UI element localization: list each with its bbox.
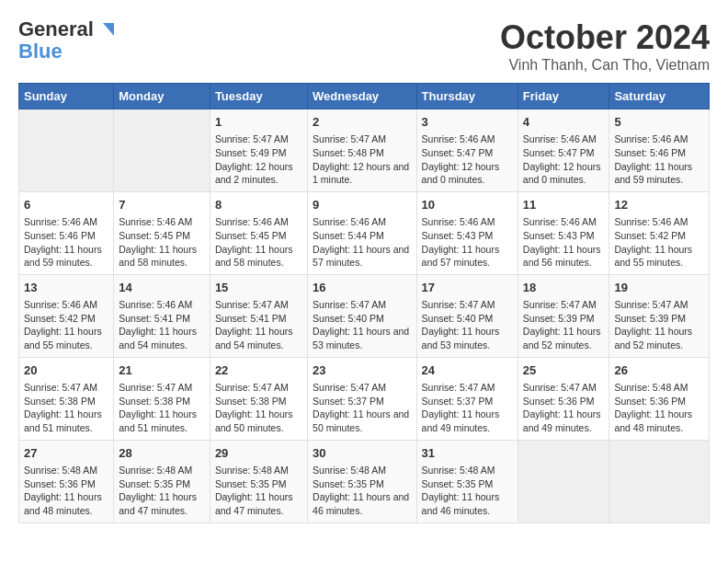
day-info: Sunrise: 5:48 AM	[422, 464, 513, 477]
calendar-cell	[19, 109, 114, 192]
day-info: Sunrise: 5:46 AM	[24, 215, 108, 229]
day-info: Sunrise: 5:48 AM	[215, 464, 302, 477]
day-number: 5	[614, 114, 704, 131]
day-number: 15	[215, 280, 302, 296]
day-info: Sunrise: 5:47 AM	[119, 381, 205, 395]
day-info: Sunset: 5:40 PM	[313, 312, 411, 326]
day-number: 20	[24, 362, 108, 379]
day-info: Sunset: 5:35 PM	[313, 477, 411, 491]
day-number: 8	[215, 197, 302, 213]
day-info: Sunset: 5:39 PM	[614, 312, 704, 326]
day-info: Sunset: 5:38 PM	[24, 395, 108, 408]
day-number: 23	[313, 362, 411, 379]
day-info: Sunset: 5:39 PM	[523, 312, 605, 326]
day-info: Sunset: 5:40 PM	[422, 312, 513, 326]
day-number: 19	[614, 280, 704, 296]
day-info: Sunset: 5:36 PM	[614, 395, 704, 408]
day-info: Sunset: 5:42 PM	[24, 312, 108, 326]
calendar-cell: 18Sunrise: 5:47 AMSunset: 5:39 PMDayligh…	[518, 274, 609, 357]
calendar-cell: 3Sunrise: 5:46 AMSunset: 5:47 PMDaylight…	[416, 109, 518, 192]
day-number: 9	[313, 197, 411, 213]
day-info: Daylight: 11 hours and 54 minutes.	[119, 325, 205, 351]
day-info: Daylight: 11 hours and 57 minutes.	[422, 243, 513, 270]
day-info: Sunset: 5:38 PM	[119, 395, 205, 408]
day-number: 6	[24, 197, 108, 213]
day-info: Sunset: 5:35 PM	[119, 477, 205, 491]
calendar-cell: 6Sunrise: 5:46 AMSunset: 5:46 PMDaylight…	[19, 191, 114, 274]
day-info: Daylight: 11 hours and 48 minutes.	[24, 490, 108, 517]
calendar-cell: 17Sunrise: 5:47 AMSunset: 5:40 PMDayligh…	[416, 274, 518, 357]
day-info: Daylight: 11 hours and 47 minutes.	[215, 490, 302, 517]
day-info: Daylight: 12 hours and 2 minutes.	[215, 160, 302, 187]
calendar-table: SundayMondayTuesdayWednesdayThursdayFrid…	[18, 83, 710, 523]
day-info: Sunrise: 5:47 AM	[523, 298, 605, 312]
day-info: Sunset: 5:37 PM	[422, 395, 513, 408]
day-info: Sunrise: 5:46 AM	[24, 298, 108, 312]
calendar-cell: 10Sunrise: 5:46 AMSunset: 5:43 PMDayligh…	[416, 191, 518, 274]
calendar-cell	[114, 109, 210, 192]
logo-icon	[96, 19, 116, 40]
day-info: Daylight: 11 hours and 59 minutes.	[614, 160, 704, 187]
calendar-cell: 27Sunrise: 5:48 AMSunset: 5:36 PMDayligh…	[19, 440, 114, 523]
day-info: Daylight: 11 hours and 50 minutes.	[313, 408, 411, 434]
day-info: Daylight: 11 hours and 51 minutes.	[119, 408, 205, 434]
calendar-header-row: SundayMondayTuesdayWednesdayThursdayFrid…	[19, 84, 710, 109]
header-saturday: Saturday	[609, 84, 710, 109]
week-row-2: 6Sunrise: 5:46 AMSunset: 5:46 PMDaylight…	[19, 191, 710, 274]
day-number: 24	[422, 362, 513, 379]
day-number: 13	[24, 280, 108, 296]
day-number: 17	[422, 280, 513, 296]
day-info: Sunrise: 5:47 AM	[523, 381, 605, 395]
week-row-5: 27Sunrise: 5:48 AMSunset: 5:36 PMDayligh…	[19, 440, 710, 523]
day-info: Daylight: 11 hours and 46 minutes.	[422, 490, 513, 517]
svg-marker-0	[103, 23, 114, 36]
calendar-cell: 24Sunrise: 5:47 AMSunset: 5:37 PMDayligh…	[416, 357, 518, 440]
day-info: Daylight: 11 hours and 58 minutes.	[119, 243, 205, 270]
header-friday: Friday	[518, 84, 609, 109]
day-number: 31	[422, 445, 513, 462]
day-number: 3	[422, 114, 513, 131]
day-info: Daylight: 11 hours and 58 minutes.	[215, 243, 302, 270]
day-info: Sunset: 5:35 PM	[215, 477, 302, 491]
day-info: Sunrise: 5:46 AM	[422, 132, 513, 146]
day-info: Sunset: 5:48 PM	[313, 146, 411, 160]
day-info: Daylight: 11 hours and 48 minutes.	[614, 408, 704, 434]
calendar-cell	[609, 440, 710, 523]
day-info: Sunset: 5:47 PM	[523, 146, 605, 160]
day-info: Sunset: 5:45 PM	[215, 229, 302, 243]
calendar-cell: 7Sunrise: 5:46 AMSunset: 5:45 PMDaylight…	[114, 191, 210, 274]
day-number: 21	[119, 362, 205, 379]
day-number: 10	[422, 197, 513, 213]
day-info: Sunrise: 5:48 AM	[313, 464, 411, 477]
calendar-cell: 23Sunrise: 5:47 AMSunset: 5:37 PMDayligh…	[308, 357, 416, 440]
day-info: Daylight: 11 hours and 54 minutes.	[215, 325, 302, 351]
calendar-cell: 16Sunrise: 5:47 AMSunset: 5:40 PMDayligh…	[308, 274, 416, 357]
title-block: October 2024 Vinh Thanh, Can Tho, Vietna…	[500, 18, 710, 74]
day-info: Daylight: 11 hours and 52 minutes.	[614, 325, 704, 351]
calendar-subtitle: Vinh Thanh, Can Tho, Vietnam	[500, 57, 710, 74]
day-info: Sunset: 5:38 PM	[215, 395, 302, 408]
calendar-cell: 30Sunrise: 5:48 AMSunset: 5:35 PMDayligh…	[308, 440, 416, 523]
header-thursday: Thursday	[416, 84, 518, 109]
calendar-cell: 19Sunrise: 5:47 AMSunset: 5:39 PMDayligh…	[609, 274, 710, 357]
day-info: Daylight: 11 hours and 55 minutes.	[614, 243, 704, 270]
calendar-cell: 8Sunrise: 5:46 AMSunset: 5:45 PMDaylight…	[210, 191, 307, 274]
calendar-cell: 21Sunrise: 5:47 AMSunset: 5:38 PMDayligh…	[114, 357, 210, 440]
day-info: Sunset: 5:37 PM	[313, 395, 411, 408]
day-info: Daylight: 12 hours and 0 minutes.	[523, 160, 605, 187]
day-info: Sunrise: 5:46 AM	[523, 215, 605, 229]
day-number: 18	[523, 280, 605, 296]
day-info: Daylight: 11 hours and 57 minutes.	[313, 243, 411, 270]
day-info: Sunset: 5:41 PM	[119, 312, 205, 326]
logo: General Blue	[18, 18, 116, 63]
day-info: Sunset: 5:46 PM	[24, 229, 108, 243]
day-info: Sunset: 5:36 PM	[24, 477, 108, 491]
day-info: Daylight: 11 hours and 50 minutes.	[215, 408, 302, 434]
day-info: Sunset: 5:45 PM	[119, 229, 205, 243]
day-number: 29	[215, 445, 302, 462]
day-info: Daylight: 12 hours and 1 minute.	[313, 160, 411, 187]
calendar-cell: 12Sunrise: 5:46 AMSunset: 5:42 PMDayligh…	[609, 191, 710, 274]
day-info: Daylight: 11 hours and 53 minutes.	[313, 325, 411, 351]
day-info: Sunrise: 5:47 AM	[313, 381, 411, 395]
day-number: 2	[313, 114, 411, 131]
